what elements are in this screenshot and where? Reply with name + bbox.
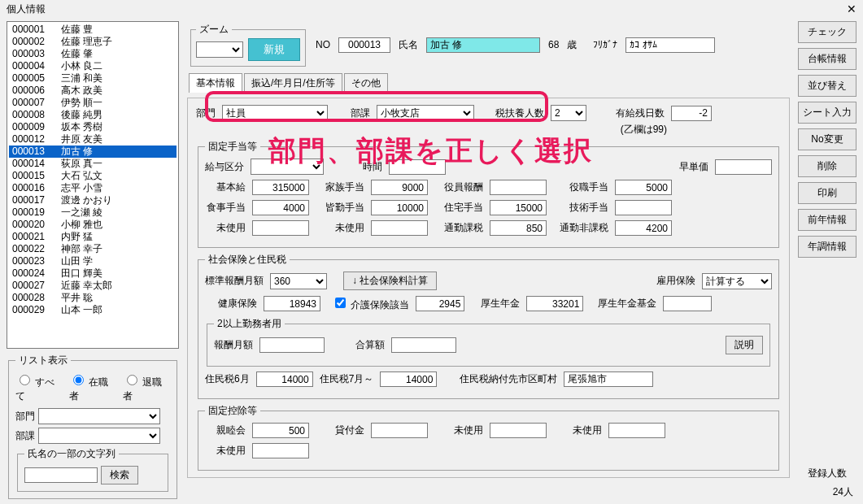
job-field[interactable]: [615, 180, 672, 195]
total-field[interactable]: [391, 337, 456, 353]
list-filter-group: リスト表示 すべて 在職者 退職者 部門 部課 氏名の一部の文字列 検索: [8, 354, 177, 499]
officer-field[interactable]: [490, 180, 547, 195]
res7-field[interactable]: [380, 371, 437, 387]
unused2-field[interactable]: [371, 220, 428, 236]
health-field[interactable]: [264, 296, 320, 311]
pension-fund-label: 厚生年金基金: [590, 297, 656, 311]
list-item[interactable]: 000019一之瀬 綾: [9, 206, 177, 219]
filter-retired[interactable]: 退職者: [123, 372, 170, 403]
list-item[interactable]: 000020小柳 雅也: [9, 219, 177, 231]
new-button[interactable]: 新規: [248, 38, 300, 61]
nursing-field[interactable]: [416, 296, 464, 311]
tab-other[interactable]: その他: [344, 73, 388, 93]
calc-ins-button[interactable]: ↓ 社会保険料計算: [343, 272, 437, 290]
list-item[interactable]: 000006高木 政美: [9, 85, 177, 97]
side-button-印刷[interactable]: 印刷: [798, 182, 856, 204]
name-search-input[interactable]: [24, 467, 98, 483]
zoom-label: ズーム: [196, 23, 232, 37]
paid-leave-field[interactable]: [671, 106, 712, 121]
commute-notax-field[interactable]: [615, 220, 672, 236]
side-button-No変更[interactable]: No変更: [798, 128, 856, 150]
list-item[interactable]: 000029山本 一郎: [9, 304, 177, 316]
side-button-前年情報[interactable]: 前年情報: [798, 209, 856, 231]
job-label: 役職手当: [553, 180, 608, 194]
search-button[interactable]: 検索: [101, 466, 138, 484]
filter-all[interactable]: すべて: [15, 372, 63, 403]
list-item[interactable]: 000015大石 弘文: [9, 170, 177, 182]
filter-section-label: 部課: [15, 429, 35, 443]
side-button-並び替え[interactable]: 並び替え: [798, 75, 856, 97]
filter-dept-select[interactable]: [38, 408, 160, 424]
dept-select[interactable]: 社員: [222, 105, 328, 121]
res6-field[interactable]: [256, 371, 313, 387]
std-monthly-select[interactable]: 360: [270, 273, 327, 289]
list-item[interactable]: 000023山田 学: [9, 255, 177, 267]
side-button-削除[interactable]: 削除: [798, 155, 856, 177]
pension-field[interactable]: [526, 296, 583, 311]
du1-field[interactable]: [490, 423, 547, 438]
filter-dept-label: 部門: [15, 410, 35, 424]
side-button-台帳情報[interactable]: 台帳情報: [798, 48, 856, 70]
nursing-check[interactable]: 介護保険該当: [332, 295, 409, 312]
meal-field[interactable]: [252, 200, 309, 215]
name-label: 氏名: [399, 38, 418, 52]
du2-label: 未使用: [553, 424, 602, 437]
unit-field[interactable]: [715, 159, 772, 175]
list-item[interactable]: 000016志平 小雪: [9, 182, 177, 194]
salary-class-select[interactable]: [251, 159, 324, 175]
list-item[interactable]: 000009坂本 秀樹: [9, 121, 177, 133]
list-item[interactable]: 000028平井 聡: [9, 292, 177, 304]
furigana-field[interactable]: [625, 37, 715, 53]
commute-tax-field[interactable]: [490, 220, 547, 236]
unused1-field[interactable]: [252, 220, 309, 236]
filter-active[interactable]: 在職者: [69, 372, 116, 403]
side-button-シート入力[interactable]: シート入力: [798, 102, 856, 124]
filter-section-select[interactable]: [38, 428, 160, 444]
list-item[interactable]: 000012井原 友美: [9, 133, 177, 146]
dept-label: 部門: [196, 106, 216, 120]
list-item[interactable]: 000005三浦 和美: [9, 72, 177, 85]
base-field[interactable]: [252, 180, 309, 195]
list-item[interactable]: 000024田口 輝美: [9, 267, 177, 280]
res6-label: 住民税6月: [205, 372, 250, 386]
side-button-年調情報[interactable]: 年調情報: [798, 236, 856, 258]
explain-button[interactable]: 説明: [726, 336, 763, 354]
list-item[interactable]: 000014荻原 真一: [9, 158, 177, 170]
list-item[interactable]: 000003佐藤 肇: [9, 48, 177, 60]
list-item[interactable]: 000001佐藤 豊: [9, 24, 177, 36]
list-item[interactable]: 000021内野 猛: [9, 231, 177, 243]
employee-list[interactable]: 000001佐藤 豊000002佐藤 理恵子000003佐藤 肇000004小林…: [7, 21, 179, 349]
emp-ins-select[interactable]: 計算する: [702, 273, 772, 289]
list-item[interactable]: 000013加古 修: [9, 146, 177, 158]
du2-field[interactable]: [608, 423, 665, 438]
no-field[interactable]: [338, 37, 390, 53]
dependents-select[interactable]: 2: [551, 105, 586, 121]
pension-fund-field[interactable]: [663, 296, 712, 311]
club-field[interactable]: [252, 423, 309, 438]
section-select[interactable]: 小牧支店: [377, 105, 474, 121]
name-field[interactable]: [426, 37, 540, 53]
list-item[interactable]: 000027近藤 幸太郎: [9, 280, 177, 292]
family-field[interactable]: [371, 180, 428, 195]
side-button-チェック[interactable]: チェック: [798, 21, 856, 43]
list-item[interactable]: 000022神部 幸子: [9, 243, 177, 255]
multi-salary-field[interactable]: [259, 337, 325, 353]
tech-field[interactable]: [615, 200, 672, 215]
list-item[interactable]: 000002佐藤 理恵子: [9, 36, 177, 48]
list-item[interactable]: 000017渡邊 かおり: [9, 194, 177, 206]
list-item[interactable]: 000008後藤 純男: [9, 109, 177, 121]
tab-transfer[interactable]: 振込/年月日/住所等: [244, 73, 342, 93]
list-item[interactable]: 000004小林 良二: [9, 60, 177, 72]
tab-basic[interactable]: 基本情報: [189, 73, 242, 93]
house-field[interactable]: [490, 200, 547, 215]
list-item[interactable]: 000007伊勢 順一: [9, 97, 177, 109]
close-icon[interactable]: ✕: [847, 2, 856, 15]
zoom-select[interactable]: [196, 41, 243, 58]
loan-field[interactable]: [371, 423, 428, 438]
time-field[interactable]: [389, 159, 446, 175]
attend-field[interactable]: [371, 200, 428, 215]
loan-label: 貸付金: [316, 424, 364, 437]
res-city-field[interactable]: [564, 371, 653, 387]
commute-tax-label: 通勤課税: [434, 221, 483, 235]
du3-field[interactable]: [252, 443, 309, 458]
